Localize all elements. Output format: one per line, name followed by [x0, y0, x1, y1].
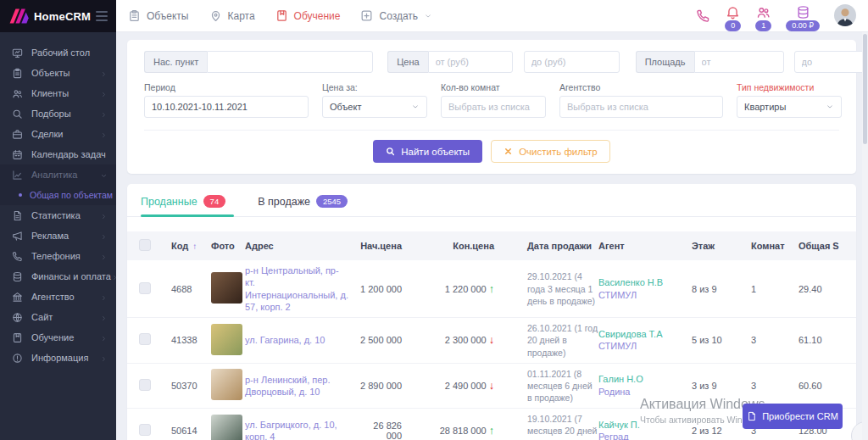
sidebar-item-clients[interactable]: Клиенты — [0, 83, 116, 103]
clear-filter-button[interactable]: Очистить фильтр — [491, 140, 610, 163]
sidebar-item-desktop[interactable]: Рабочий стол — [0, 42, 116, 63]
property-type-select[interactable]: Квартиры — [737, 96, 842, 118]
floor-value: 8 из 9 — [692, 284, 717, 294]
sidebar-item-label: Агентство — [31, 292, 75, 302]
agency-link[interactable]: СТИМУЛ — [598, 340, 692, 353]
address-link[interactable]: ул. Багрицкого, д. 10, корп. 4 — [245, 419, 355, 440]
agent-link[interactable]: Галин Н.О — [598, 373, 692, 386]
topbar: HomeCRM Объекты Карта Обучение Создать — [0, 0, 868, 32]
table-row[interactable]: 50370р-н Ленинский, пер. Дворцовый, д. 1… — [127, 363, 856, 409]
column-sale-date: Дата продажи — [499, 231, 598, 260]
start-price: 2 500 000 — [360, 335, 402, 345]
nav-map[interactable]: Карта — [209, 9, 255, 22]
address-link[interactable]: р-н Ленинский, пер. Дворцовый, д. 10 — [245, 374, 355, 398]
period-input[interactable] — [144, 96, 309, 118]
top-navigation: Объекты Карта Обучение Создать — [128, 9, 432, 22]
sidebar-item-deals[interactable]: Сделки — [0, 124, 116, 144]
sidebar-item-site[interactable]: Сайт — [0, 307, 116, 327]
sidebar-item-agency[interactable]: Агентство — [0, 287, 116, 307]
sidebar-item-objects[interactable]: Объекты — [0, 63, 116, 83]
nav-create[interactable]: Создать — [360, 9, 432, 22]
rooms-select[interactable] — [441, 96, 546, 118]
column-floor: Этаж — [692, 231, 751, 260]
chart-icon — [12, 170, 23, 181]
notifications-button[interactable]: 0 — [725, 5, 741, 31]
column-address: Адрес — [245, 231, 355, 260]
sale-date: 01.11.2021 (8 месяцев 6 дней в продаже) — [527, 369, 593, 403]
agency-field: Агентство — [559, 82, 723, 118]
agent-link[interactable]: Василенко Н.В — [598, 276, 692, 289]
agency-link[interactable]: Родина — [598, 386, 692, 398]
row-checkbox[interactable] — [139, 282, 151, 294]
column-code[interactable]: Код↑ — [161, 231, 201, 260]
sidebar-item-task-calendar[interactable]: Календарь задач — [0, 144, 116, 164]
sidebar-item-analytics[interactable]: Аналитика — [0, 164, 116, 185]
object-code[interactable]: 4688 — [171, 284, 192, 294]
property-photo[interactable] — [211, 324, 242, 355]
price-label: Цена — [387, 51, 427, 73]
area-from-input[interactable] — [694, 51, 784, 73]
chevron-right-icon — [100, 334, 108, 342]
tab-on-sale-count: 2545 — [316, 195, 348, 208]
sort-asc-icon[interactable]: ↑ — [192, 242, 197, 251]
balance-button[interactable]: 0.00 ₽ — [786, 5, 820, 31]
sidebar-item-label: Финансы и оплата — [31, 271, 111, 281]
hamburger-icon[interactable] — [96, 11, 108, 21]
sidebar-item-telephony[interactable]: Телефония — [0, 246, 116, 266]
logo[interactable]: HomeCRM — [0, 0, 116, 32]
search-objects-button[interactable]: Найти объекты — [373, 140, 482, 163]
sidebar-item-label: Рабочий стол — [31, 47, 90, 58]
price-to-input[interactable] — [524, 51, 620, 73]
sidebar-item-objects-summary[interactable]: Общая по объектам — [0, 185, 116, 205]
search-icon — [12, 109, 23, 120]
agency-link[interactable]: Реград — [598, 431, 692, 440]
chevron-right-icon — [100, 354, 108, 362]
tab-sold[interactable]: Проданные 74 — [141, 195, 225, 216]
sidebar-item-label: Обучение — [31, 332, 74, 343]
table-row[interactable]: 41338ул. Гагарина, д. 102 500 0002 300 0… — [127, 318, 856, 364]
tab-on-sale[interactable]: В продаже 2545 — [258, 195, 348, 216]
user-avatar[interactable] — [834, 4, 856, 26]
sidebar-item-selections[interactable]: Подборы — [0, 103, 116, 124]
nav-objects[interactable]: Объекты — [128, 9, 189, 22]
buy-crm-button[interactable]: Приобрести CRM — [743, 404, 843, 429]
sidebar-item-training[interactable]: Обучение — [0, 327, 116, 348]
sidebar-item-ads[interactable]: Реклама — [0, 226, 116, 246]
property-photo[interactable] — [211, 415, 242, 440]
property-photo[interactable] — [211, 272, 242, 304]
agency-select[interactable] — [559, 96, 723, 118]
trend-down-icon: ↓ — [489, 334, 494, 346]
price-from-input[interactable] — [428, 51, 513, 73]
sidebar-item-finance[interactable]: Финансы и оплата — [0, 266, 116, 287]
property-photo[interactable] — [211, 369, 242, 400]
phone-icon[interactable] — [696, 8, 710, 23]
chevron-down-icon — [100, 171, 108, 179]
agent-link[interactable]: Свиридова Т.А — [598, 328, 692, 341]
object-code[interactable]: 50370 — [171, 381, 198, 391]
chevron-right-icon — [100, 212, 108, 220]
scrollbar-thumb[interactable] — [863, 34, 867, 144]
floor-value: 2 из 12 — [692, 426, 722, 436]
floor-value: 5 из 10 — [692, 335, 722, 345]
chevron-down-icon — [411, 103, 420, 111]
price-per-select[interactable]: Объект — [322, 96, 427, 118]
sidebar-item-label: Подборы — [31, 109, 71, 119]
address-link[interactable]: ул. Гагарина, д. 10 — [245, 334, 355, 346]
address-link[interactable]: р-н Центральный, пр-кт. Интернациональны… — [245, 265, 355, 313]
chevron-right-icon — [100, 253, 108, 260]
row-checkbox[interactable] — [139, 424, 151, 436]
table-row[interactable]: 4688р-н Центральный, пр-кт. Интернациона… — [127, 260, 856, 318]
row-checkbox[interactable] — [139, 333, 151, 345]
online-users-button[interactable]: 1 — [755, 5, 771, 31]
object-code[interactable]: 50614 — [171, 426, 198, 436]
nav-training[interactable]: Обучение — [275, 9, 341, 22]
row-checkbox[interactable] — [139, 379, 151, 391]
agency-link[interactable]: СТИМУЛ — [598, 289, 692, 302]
area-to-input[interactable] — [794, 51, 868, 73]
sidebar-item-info[interactable]: Информация — [0, 348, 116, 368]
sidebar-item-statistics[interactable]: Статистика — [0, 205, 116, 226]
object-code[interactable]: 41338 — [171, 335, 198, 345]
settlement-input[interactable] — [207, 51, 373, 73]
agent-link[interactable]: Кайчук П. — [598, 419, 692, 432]
select-all-checkbox[interactable] — [139, 239, 151, 251]
